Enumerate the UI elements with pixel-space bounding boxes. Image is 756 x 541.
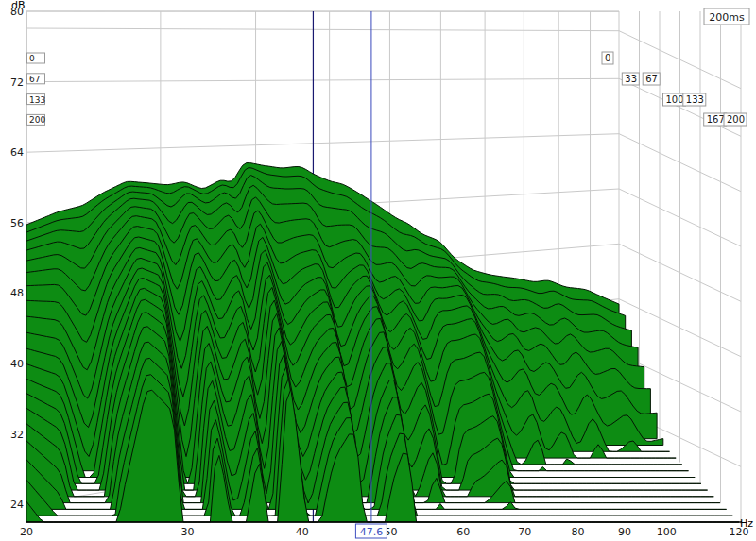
window-length-text: 200ms: [709, 11, 745, 24]
waterfall-plot: 8072645648403224203040506070809010012006…: [0, 0, 756, 541]
time-label-right: 33: [625, 74, 637, 84]
db-tick-label: 40: [10, 358, 24, 370]
time-label-right: 0: [605, 53, 610, 63]
cursor-frequency-value[interactable]: 47.6: [360, 526, 384, 538]
time-label-right: 133: [686, 94, 704, 105]
db-tick-label: 56: [10, 217, 24, 229]
time-label-right: 67: [645, 74, 658, 84]
cursor-readout[interactable]: 47.6: [355, 524, 387, 538]
db-tick-label: 72: [10, 76, 24, 89]
time-label-right: 167: [707, 114, 725, 125]
waterfall-chart: 8072645648403224203040506070809010012006…: [0, 0, 756, 541]
db-tick-label: 48: [10, 287, 24, 299]
db-tick-label: 64: [10, 146, 24, 159]
freq-tick-label: 100: [657, 526, 677, 538]
window-length-badge: 200ms: [704, 8, 749, 25]
freq-tick-label: 80: [571, 526, 584, 538]
freq-tick-label: 20: [20, 526, 33, 538]
time-label-left: 0: [29, 54, 35, 63]
freq-tick-label: 70: [518, 526, 531, 538]
freq-tick-label: 30: [181, 526, 195, 538]
time-label-left: 133: [29, 95, 45, 105]
front-top-gridline: [26, 28, 619, 31]
time-label-right: 200: [727, 114, 745, 125]
y-axis-unit-label: dB: [11, 0, 26, 11]
freq-tick-label: 40: [296, 526, 309, 538]
freq-tick-label: 60: [456, 526, 470, 538]
db-gridline: [26, 78, 619, 81]
db-tick-label: 24: [10, 499, 24, 511]
waterfall-slices: [26, 163, 739, 522]
time-label-left: 200: [29, 115, 45, 125]
time-label-right: 100: [666, 94, 684, 105]
freq-tick-label: 90: [618, 526, 631, 538]
x-axis-unit-label: Hz: [740, 517, 753, 530]
time-label-left: 67: [29, 75, 40, 84]
db-gridline: [26, 134, 619, 153]
db-tick-label: 32: [10, 429, 24, 441]
